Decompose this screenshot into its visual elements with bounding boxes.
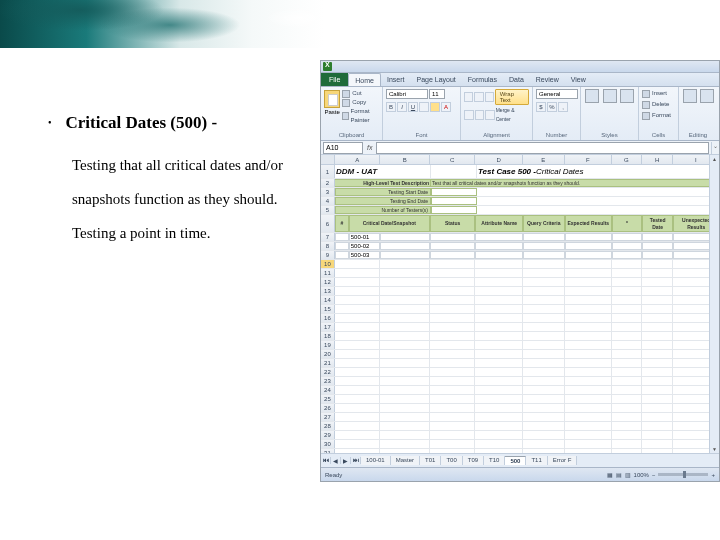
row-header[interactable]: 22 bbox=[321, 368, 335, 376]
cell[interactable] bbox=[642, 386, 674, 394]
cell[interactable] bbox=[475, 404, 523, 412]
cell[interactable] bbox=[335, 431, 381, 439]
font-color-button[interactable]: A bbox=[441, 102, 451, 112]
cell[interactable] bbox=[430, 305, 476, 313]
cell[interactable] bbox=[430, 395, 476, 403]
cell[interactable] bbox=[523, 395, 565, 403]
cell[interactable] bbox=[523, 332, 565, 340]
underline-button[interactable]: U bbox=[408, 102, 418, 112]
row-header[interactable]: 2 bbox=[321, 179, 335, 187]
cell-desc-label[interactable]: High-Level Test Description bbox=[335, 179, 431, 187]
cell[interactable] bbox=[430, 260, 476, 268]
cell[interactable] bbox=[380, 431, 430, 439]
cell[interactable] bbox=[430, 287, 476, 295]
percent-button[interactable]: % bbox=[547, 102, 557, 112]
cell[interactable] bbox=[642, 242, 674, 250]
cell[interactable] bbox=[642, 296, 674, 304]
cell[interactable] bbox=[612, 323, 642, 331]
cell[interactable] bbox=[430, 269, 476, 277]
cell[interactable] bbox=[612, 404, 642, 412]
cell[interactable] bbox=[523, 341, 565, 349]
cell[interactable] bbox=[475, 278, 523, 286]
cell[interactable] bbox=[565, 332, 613, 340]
cell[interactable] bbox=[523, 386, 565, 394]
cell[interactable] bbox=[380, 440, 430, 448]
cell[interactable] bbox=[380, 404, 430, 412]
row-header[interactable]: 1 bbox=[321, 165, 335, 178]
cell[interactable] bbox=[335, 359, 381, 367]
cell[interactable] bbox=[565, 440, 613, 448]
cell[interactable] bbox=[380, 341, 430, 349]
cell[interactable] bbox=[642, 395, 674, 403]
font-size-select[interactable]: 11 bbox=[429, 89, 445, 99]
cell[interactable] bbox=[642, 359, 674, 367]
cell[interactable] bbox=[642, 260, 674, 268]
cell[interactable] bbox=[642, 251, 674, 259]
cell[interactable] bbox=[430, 242, 476, 250]
cell-start-input[interactable] bbox=[431, 188, 477, 196]
cell[interactable] bbox=[335, 413, 381, 421]
cell[interactable] bbox=[335, 242, 349, 250]
cell-testcase[interactable]: Test Case 500 - Critical Dates bbox=[477, 165, 711, 178]
cell[interactable] bbox=[612, 413, 642, 421]
row-header[interactable]: 12 bbox=[321, 278, 335, 286]
cell[interactable] bbox=[523, 251, 565, 259]
cell[interactable] bbox=[475, 296, 523, 304]
row-header[interactable]: 14 bbox=[321, 296, 335, 304]
cell[interactable] bbox=[523, 377, 565, 385]
cell[interactable] bbox=[430, 314, 476, 322]
cell[interactable] bbox=[612, 440, 642, 448]
row-header[interactable]: 13 bbox=[321, 287, 335, 295]
bold-button[interactable]: B bbox=[386, 102, 396, 112]
cell[interactable] bbox=[475, 242, 523, 250]
format-painter-button[interactable]: Format Painter bbox=[342, 107, 379, 125]
align-bottom-button[interactable] bbox=[485, 92, 494, 102]
zoom-in-button[interactable]: + bbox=[711, 472, 715, 478]
cell[interactable] bbox=[612, 359, 642, 367]
ribbon-tab-pagelayout[interactable]: Page Layout bbox=[410, 73, 461, 86]
cell[interactable] bbox=[335, 314, 381, 322]
cell-id[interactable]: 500-03 bbox=[349, 251, 381, 259]
cell[interactable] bbox=[642, 305, 674, 313]
cell[interactable] bbox=[335, 377, 381, 385]
cell-th[interactable]: Attribute Name bbox=[475, 215, 523, 232]
cell-th[interactable]: Critical Date/Snapshot bbox=[349, 215, 430, 232]
cell[interactable] bbox=[612, 251, 642, 259]
sheet-first-button[interactable]: ⏮ bbox=[321, 457, 331, 464]
cell[interactable] bbox=[612, 233, 642, 241]
cell[interactable] bbox=[565, 305, 613, 313]
col-header[interactable]: G bbox=[612, 155, 642, 164]
cell[interactable] bbox=[335, 404, 381, 412]
cell-ddm[interactable]: DDM - UAT bbox=[335, 165, 431, 178]
sheet-prev-button[interactable]: ◀ bbox=[331, 457, 341, 464]
cell[interactable] bbox=[642, 341, 674, 349]
cell[interactable] bbox=[565, 386, 613, 394]
cell[interactable] bbox=[380, 350, 430, 358]
cell[interactable] bbox=[565, 269, 613, 277]
cell[interactable] bbox=[430, 359, 476, 367]
cell[interactable] bbox=[523, 368, 565, 376]
sheet-tab[interactable]: Master bbox=[391, 456, 420, 465]
row-header[interactable]: 23 bbox=[321, 377, 335, 385]
fill-color-button[interactable] bbox=[430, 102, 440, 112]
cell-th[interactable]: Expected Results bbox=[565, 215, 613, 232]
cell[interactable] bbox=[430, 431, 476, 439]
col-header[interactable]: E bbox=[523, 155, 565, 164]
cell-id[interactable]: 500-02 bbox=[349, 242, 381, 250]
currency-button[interactable]: $ bbox=[536, 102, 546, 112]
cell[interactable] bbox=[335, 233, 349, 241]
cell[interactable] bbox=[565, 287, 613, 295]
cell[interactable] bbox=[612, 314, 642, 322]
cell[interactable] bbox=[523, 278, 565, 286]
cell[interactable] bbox=[380, 323, 430, 331]
cell[interactable] bbox=[475, 314, 523, 322]
align-left-button[interactable] bbox=[464, 110, 474, 120]
cell[interactable] bbox=[565, 377, 613, 385]
cell-id[interactable]: 500-01 bbox=[349, 233, 381, 241]
cell[interactable] bbox=[642, 440, 674, 448]
cell[interactable] bbox=[380, 251, 429, 259]
cell[interactable] bbox=[642, 332, 674, 340]
select-all-corner[interactable] bbox=[321, 155, 335, 164]
row-header[interactable]: 26 bbox=[321, 404, 335, 412]
view-layout-icon[interactable]: ▤ bbox=[616, 471, 622, 478]
